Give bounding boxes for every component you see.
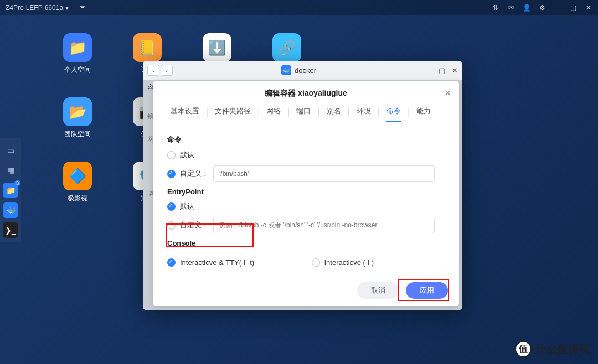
desktop-icon[interactable]: 📂团队空间 — [44, 97, 111, 158]
cmd-custom-radio[interactable] — [167, 170, 176, 178]
win-close-icon[interactable]: ✕ — [452, 66, 458, 75]
entry-default-radio[interactable] — [167, 202, 176, 211]
watermark-badge-icon: 值 — [515, 341, 532, 357]
minimize-icon[interactable]: — — [554, 4, 561, 12]
modal-title: 编辑容器 xiaoyaliuglue — [265, 89, 347, 97]
device-name[interactable]: Z4Pro-LEFP-6601a▾ — [6, 4, 69, 12]
tab-ports[interactable]: 端口 — [290, 106, 317, 122]
win-minimize-icon[interactable]: — — [425, 66, 432, 75]
system-topbar: Z4Pro-LEFP-6601a▾ ⇅ ✉ 👤 ⚙ — ▢ ✕ — [0, 0, 598, 15]
mail-icon[interactable]: ✉ — [507, 4, 515, 12]
watermark-text: 什么值得买 — [535, 342, 590, 357]
gear-icon[interactable]: ⚙ — [538, 4, 546, 12]
entry-custom-input[interactable] — [213, 217, 435, 233]
dock-apps-icon[interactable]: ▦ — [3, 163, 18, 178]
modal-close-icon[interactable]: ✕ — [445, 89, 451, 97]
cmd-custom-input[interactable] — [213, 165, 435, 182]
entry-default-label: 默认 — [180, 201, 194, 211]
user-icon[interactable]: 👤 — [523, 4, 530, 12]
apply-button[interactable]: 应用 — [406, 282, 448, 299]
tab-basic[interactable]: 基本设置 — [164, 106, 206, 122]
docker-window: ‹ › 🐳 docker — ▢ ✕ 容器 镜 网 版本 atest 分钟 多 … — [143, 61, 462, 310]
cmd-default-radio[interactable] — [167, 151, 176, 159]
maximize-icon[interactable]: ▢ — [569, 4, 577, 12]
console-it-radio[interactable] — [167, 258, 176, 267]
nav-forward-button[interactable]: › — [161, 65, 173, 76]
left-dock: ▭ ▦ 📁3 🐳 ❯_ — [0, 138, 21, 242]
console-section-label: Console — [167, 239, 445, 247]
tab-alias[interactable]: 别名 — [320, 106, 348, 122]
entry-custom-radio[interactable] — [167, 221, 176, 230]
tab-paths[interactable]: 文件夹路径 — [208, 106, 257, 122]
console-it-label: Interacticve & TTY(-i -t) — [180, 258, 254, 267]
dock-folder-icon[interactable]: 📁3 — [3, 183, 18, 198]
close-icon[interactable]: ✕ — [585, 4, 592, 12]
dock-drive-icon[interactable]: ▭ — [3, 143, 18, 158]
cmd-custom-label: 自定义： — [180, 169, 209, 179]
modal-form: 命令 默认 自定义： EntryPoint 默认 自定义： — [153, 122, 459, 274]
tab-env[interactable]: 环境 — [350, 106, 378, 122]
window-titlebar: ‹ › 🐳 docker — ▢ ✕ — [143, 61, 462, 80]
tab-capability[interactable]: 能力 — [410, 106, 437, 122]
transfer-icon[interactable]: ⇅ — [492, 4, 499, 12]
tab-network[interactable]: 网络 — [260, 106, 287, 122]
edit-container-modal: 编辑容器 xiaoyaliuglue ✕ 基本设置| 文件夹路径| 网络| 端口… — [153, 81, 459, 306]
watermark: 值 什么值得买 — [515, 341, 590, 357]
docker-logo-icon: 🐳 — [281, 65, 291, 75]
cancel-button[interactable]: 取消 — [357, 282, 399, 299]
entry-custom-label: 自定义： — [180, 220, 209, 230]
modal-tabs: 基本设置| 文件夹路径| 网络| 端口| 别名| 环境| 命令| 能力 — [153, 106, 459, 122]
window-title: docker — [295, 66, 316, 75]
desktop-icon[interactable]: 🔷极影视 — [44, 162, 111, 222]
dock-terminal-icon[interactable]: ❯_ — [3, 222, 18, 238]
win-maximize-icon[interactable]: ▢ — [439, 66, 445, 75]
nav-back-button[interactable]: ‹ — [147, 65, 159, 76]
console-i-radio[interactable] — [312, 258, 320, 267]
desktop-icon[interactable]: 📁个人空间 — [44, 33, 111, 94]
entrypoint-section-label: EntryPoint — [167, 188, 445, 196]
console-i-label: Interacticve (-i ) — [324, 258, 374, 267]
wifi-icon[interactable] — [79, 3, 86, 13]
dock-docker-icon[interactable]: 🐳 — [3, 202, 18, 218]
cmd-section-label: 命令 — [167, 134, 445, 144]
cmd-default-label: 默认 — [180, 150, 194, 160]
tab-command[interactable]: 命令 — [380, 106, 408, 122]
